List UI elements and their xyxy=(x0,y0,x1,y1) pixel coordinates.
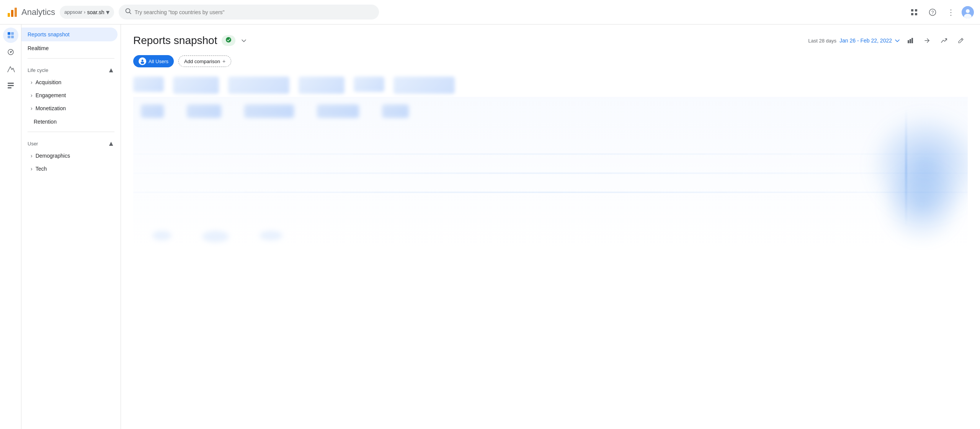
sidebar-item-tech[interactable]: › Tech xyxy=(21,162,118,175)
chart-line-2 xyxy=(133,173,968,173)
left-sidebar: Reports snapshot Realtime Life cycle ▲ ›… xyxy=(21,24,121,429)
svg-rect-16 xyxy=(8,36,10,38)
chart-view-button[interactable] xyxy=(903,34,917,47)
svg-rect-1 xyxy=(11,10,13,17)
lifecycle-section-header[interactable]: Life cycle ▲ xyxy=(21,62,121,76)
date-label: Last 28 days xyxy=(808,38,836,44)
sidebar-icon-reports[interactable] xyxy=(3,78,18,93)
all-users-chip[interactable]: All Users xyxy=(133,55,174,67)
stat-blob-2 xyxy=(173,77,219,94)
svg-rect-25 xyxy=(908,40,909,43)
bottom-blobs-row xyxy=(152,231,283,242)
bottom-blob-1 xyxy=(152,231,172,240)
title-dropdown-button[interactable] xyxy=(240,37,248,44)
svg-rect-26 xyxy=(910,39,911,43)
tech-expand-icon: › xyxy=(31,166,33,172)
stat-blob-3 xyxy=(228,77,289,94)
sidebar-item-demographics[interactable]: › Demographics xyxy=(21,149,118,162)
breadcrumb-separator: › xyxy=(84,9,85,15)
status-badge xyxy=(222,35,235,46)
blue-blob-secondary xyxy=(884,166,960,242)
svg-rect-14 xyxy=(8,32,10,35)
sidebar-item-realtime[interactable]: Realtime xyxy=(21,41,118,55)
search-bar[interactable] xyxy=(119,5,379,20)
bottom-blob-3 xyxy=(260,231,283,240)
add-comparison-plus-icon: + xyxy=(222,58,225,64)
svg-point-3 xyxy=(126,9,130,13)
metric-blobs-row xyxy=(141,104,409,118)
sidebar-icon-explore[interactable] xyxy=(3,61,18,77)
sidebar-item-reports-snapshot[interactable]: Reports snapshot xyxy=(21,28,118,41)
date-range-selector[interactable]: Jan 26 - Feb 22, 2022 xyxy=(840,38,900,44)
date-range-text: Jan 26 - Feb 22, 2022 xyxy=(840,38,892,44)
chart-line-1 xyxy=(133,192,968,192)
trending-button[interactable] xyxy=(937,34,951,47)
svg-point-29 xyxy=(142,60,144,62)
status-check-icon xyxy=(225,37,232,44)
sidebar-item-engagement[interactable]: › Engagement xyxy=(21,89,118,102)
sidebar-icon-realtime[interactable] xyxy=(3,44,18,60)
all-users-label: All Users xyxy=(149,59,168,64)
share-button[interactable] xyxy=(920,34,934,47)
breadcrumb-parent: appsoar xyxy=(64,9,82,15)
add-comparison-button[interactable]: Add comparison + xyxy=(178,55,231,67)
search-input[interactable] xyxy=(135,9,373,15)
svg-point-24 xyxy=(226,37,231,42)
user-collapse-icon: ▲ xyxy=(108,140,114,148)
page-title-area: Reports snapshot xyxy=(133,34,248,47)
svg-point-12 xyxy=(966,9,970,13)
svg-point-30 xyxy=(141,62,144,64)
metric-blob-4 xyxy=(317,104,359,118)
content-area xyxy=(133,77,968,250)
search-icon xyxy=(125,8,132,16)
property-selector[interactable]: appsoar › soar.sh ▾ xyxy=(60,6,114,19)
svg-rect-23 xyxy=(8,87,11,88)
demographics-expand-icon: › xyxy=(31,153,33,159)
acquisition-expand-icon: › xyxy=(31,79,33,85)
sidebar-item-retention[interactable]: Retention xyxy=(21,115,118,129)
svg-line-4 xyxy=(129,13,131,14)
sidebar-item-monetization[interactable]: › Monetization xyxy=(21,102,118,115)
stat-blob-1 xyxy=(133,77,164,92)
header-right: Last 28 days Jan 26 - Feb 22, 2022 xyxy=(808,34,968,47)
app-title: Analytics xyxy=(21,7,55,17)
top-navigation: Analytics appsoar › soar.sh ▾ xyxy=(0,0,980,24)
apps-grid-button[interactable] xyxy=(906,5,922,20)
analytics-logo-icon xyxy=(6,6,18,18)
stat-blob-6 xyxy=(394,77,455,94)
chart-line-3 xyxy=(133,154,968,154)
svg-rect-7 xyxy=(911,13,913,15)
all-users-icon xyxy=(139,57,146,65)
user-section-header[interactable]: User ▲ xyxy=(21,135,121,149)
page-header: Reports snapshot Last 28 day xyxy=(133,34,968,47)
sidebar-icon-home[interactable] xyxy=(3,28,18,43)
svg-rect-22 xyxy=(8,85,14,86)
logo-area: Analytics xyxy=(6,6,55,18)
lifecycle-collapse-icon: ▲ xyxy=(108,66,114,74)
stats-row xyxy=(133,77,968,94)
help-button[interactable]: ? xyxy=(925,5,940,20)
more-options-button[interactable]: ⋮ xyxy=(943,5,959,20)
svg-rect-0 xyxy=(8,13,10,17)
avatar[interactable] xyxy=(962,6,974,18)
sidebar-item-acquisition[interactable]: › Acquisition xyxy=(21,76,118,89)
metric-blob-5 xyxy=(382,104,409,118)
svg-rect-6 xyxy=(915,9,917,11)
sidebar-divider-1 xyxy=(28,58,114,59)
chart-area xyxy=(133,97,968,250)
metric-blob-1 xyxy=(141,104,164,118)
stat-blob-5 xyxy=(354,77,384,92)
svg-rect-15 xyxy=(11,32,14,35)
svg-rect-17 xyxy=(11,36,14,38)
app-body: Reports snapshot Realtime Life cycle ▲ ›… xyxy=(0,24,980,429)
sidebar-divider-2 xyxy=(28,132,114,132)
property-chevron-icon: ▾ xyxy=(106,8,109,16)
property-name: soar.sh xyxy=(87,9,104,15)
svg-text:?: ? xyxy=(931,10,934,15)
svg-rect-2 xyxy=(15,8,17,17)
svg-rect-5 xyxy=(911,9,913,11)
chart-vertical-line xyxy=(906,108,906,227)
edit-button[interactable] xyxy=(954,34,968,47)
nav-actions: ? ⋮ xyxy=(906,5,974,20)
stat-blob-4 xyxy=(299,77,345,94)
